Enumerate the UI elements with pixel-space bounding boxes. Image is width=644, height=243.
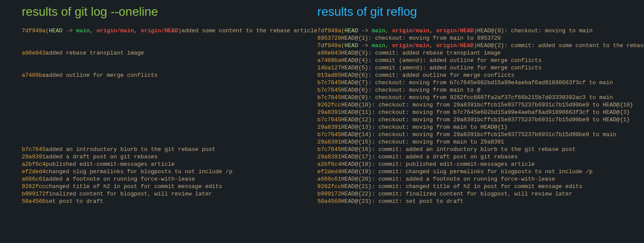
- reflog-line: a2bf6c4 HEAD@{18}: commit: published edi…: [317, 161, 644, 168]
- commit-hash: b999172: [317, 190, 341, 198]
- reflog-ref: HEAD@{9}:: [341, 94, 375, 101]
- commit-hash: 29a8391: [317, 109, 341, 116]
- log-line: ef2ded4 changed slug permalinks for blog…: [22, 168, 317, 175]
- log-line: b999172 finalized content for blogpost, …: [22, 190, 317, 198]
- reflog-message: checkout: moving from 29a8391bcffcb15e93…: [378, 131, 616, 138]
- reflog-ref: HEAD@{3}:: [341, 49, 375, 57]
- reflog-ref: HEAD@{12}:: [341, 116, 378, 123]
- reflog-ref: HEAD@{21}:: [341, 183, 378, 190]
- commit-hash: 50a4560: [317, 198, 341, 205]
- git-reflog-column: results of git reflog 7df949a (HEAD -> m…: [317, 4, 644, 205]
- log-line: a7409ba added outline for merge conflict…: [22, 72, 317, 79]
- commit-hash: 9262fcc: [317, 101, 341, 109]
- reflog-line: b7c7645 HEAD@{7}: checkout: moving from …: [317, 79, 644, 86]
- commit-hash: 14ba127: [317, 64, 341, 72]
- commit-hash: 7df949a: [317, 42, 341, 49]
- reflog-ref: HEAD@{10}:: [341, 101, 378, 109]
- commit-hash: a2bf6c4: [317, 161, 341, 168]
- git-reflog-output: 7df949a (HEAD -> main, origin/main, orig…: [317, 27, 644, 205]
- commit-message: added an introductory blurb to the git r…: [46, 146, 216, 153]
- commit-hash: 29a8391: [317, 123, 341, 131]
- reflog-ref: HEAD@{20}:: [341, 175, 378, 183]
- reflog-message: commit: added rebase transplant image: [375, 49, 501, 57]
- commit-hash: b7c7645: [317, 146, 341, 153]
- reflog-ref: HEAD@{15}:: [341, 138, 378, 146]
- reflog-message: checkout: moving from main to @: [375, 86, 480, 94]
- log-gap: [22, 34, 317, 49]
- commit-hash: a7409ba: [22, 72, 46, 79]
- commit-hash: 013ad05: [317, 72, 341, 79]
- refs-decoration: (HEAD -> main, origin/main, origin/HEAD): [341, 42, 477, 49]
- commit-hash: a98e043: [317, 49, 341, 57]
- reflog-ref: HEAD@{23}:: [341, 198, 378, 205]
- reflog-message: commit: added an introductory blurb to t…: [378, 146, 575, 153]
- reflog-message: commit: set post to draft: [378, 198, 463, 205]
- commit-hash: 9262fcc: [22, 183, 46, 190]
- reflog-line: ef2ded4 HEAD@{19}: commit: changed slug …: [317, 168, 644, 175]
- reflog-message: checkout: moving from main to 29a8391: [378, 138, 504, 146]
- commit-message: changed slug permalinks for blogposts to…: [46, 168, 233, 175]
- reflog-message: commit: changed title of h2 in post for …: [378, 183, 582, 190]
- reflog-message: checkout: moving from 29a8391bcffcb15e93…: [378, 116, 630, 123]
- reflog-ref: HEAD@{4}:: [341, 57, 375, 64]
- reflog-ref: HEAD@{2}:: [477, 42, 511, 49]
- reflog-message: checkout: moving from 9262fcc6687fa2af37…: [375, 94, 613, 101]
- reflog-message: commit: finalized content for blogpost, …: [378, 190, 572, 198]
- commit-message: added rebase transplant image: [46, 49, 144, 57]
- commit-hash: a2bf6c4: [22, 161, 46, 168]
- refs-decoration: (HEAD -> main, origin/main, origin/HEAD): [341, 27, 477, 34]
- reflog-message: commit (amend): added outline for merge …: [375, 57, 541, 64]
- reflog-line: 9262fcc HEAD@{10}: checkout: moving from…: [317, 101, 644, 109]
- commit-message: added some content to the rebase article: [182, 27, 317, 34]
- commit-hash: 29a8391: [317, 153, 341, 161]
- commit-hash: 50a4560: [22, 198, 46, 205]
- reflog-message: checkout: moving to main: [511, 27, 593, 34]
- reflog-ref: HEAD@{18}:: [341, 161, 378, 168]
- commit-message: finalized content for blogpost, will rev…: [46, 190, 212, 198]
- commit-hash: a7409ba: [317, 57, 341, 64]
- reflog-message: commit: changed slug permalinks for blog…: [378, 168, 592, 175]
- git-log-output: 7df949a (HEAD -> main, origin/main, orig…: [22, 27, 317, 205]
- reflog-message: checkout: moving from 29a8391bcffcb15e93…: [378, 101, 633, 109]
- reflog-message: commit: published edit-commit-messages a…: [378, 161, 535, 168]
- reflog-line: 7df949a (HEAD -> main, origin/main, orig…: [317, 27, 644, 34]
- reflog-line: b7c7645 HEAD@{14}: checkout: moving from…: [317, 131, 644, 138]
- reflog-line: a7409ba HEAD@{4}: commit (amend): added …: [317, 57, 644, 64]
- reflog-message: checkout: moving from b7c7645e602bd15a99…: [378, 109, 630, 116]
- git-reflog-title: results of git reflog: [317, 4, 644, 19]
- reflog-ref: HEAD@{7}:: [341, 79, 375, 86]
- commit-hash: ef2ded4: [22, 168, 46, 175]
- log-line: 9262fcc changed title of h2 in post for …: [22, 183, 317, 190]
- commit-hash: 29a8391: [22, 153, 46, 161]
- log-line: a666c61 added a footnote on running forc…: [22, 175, 317, 183]
- reflog-ref: HEAD@{0}:: [477, 27, 511, 34]
- commit-hash: a98e043: [22, 49, 46, 57]
- commit-hash: b999172: [22, 190, 46, 198]
- reflog-ref: HEAD@{6}:: [341, 72, 375, 79]
- commit-hash: b7c7645: [22, 146, 46, 153]
- reflog-line: 29a8391 HEAD@{17}: commit: added a draft…: [317, 153, 644, 161]
- reflog-ref: HEAD@{11}:: [341, 109, 378, 116]
- commit-hash: b7c7645: [317, 86, 341, 94]
- commit-message: set post to draft: [46, 198, 104, 205]
- reflog-message: commit (amend): added outline for merge …: [375, 64, 541, 72]
- commit-hash: a666c61: [317, 175, 341, 183]
- commit-hash: 7df949a: [22, 27, 46, 34]
- log-line: 29a8391 added a draft post on git rebase…: [22, 153, 317, 161]
- reflog-ref: HEAD@{14}:: [341, 131, 378, 138]
- reflog-ref: HEAD@{19}:: [341, 168, 378, 175]
- commit-message: added a footnote on running force-with-l…: [46, 175, 195, 183]
- reflog-ref: HEAD@{8}:: [341, 86, 375, 94]
- log-line: 7df949a (HEAD -> main, origin/main, orig…: [22, 27, 317, 34]
- reflog-line: a98e043 HEAD@{3}: commit: added rebase t…: [317, 49, 644, 57]
- log-line: b7c7645 added an introductory blurb to t…: [22, 146, 317, 153]
- reflog-message: checkout: moving from b7c7645e602bd15a99…: [375, 79, 613, 86]
- reflog-line: 9262fcc HEAD@{21}: commit: changed title…: [317, 183, 644, 190]
- commit-message: added a draft post on git rebases: [46, 153, 158, 161]
- git-log-title: results of git log --oneline: [22, 4, 317, 19]
- commit-hash: b7c7645: [317, 131, 341, 138]
- log-line: a98e043 added rebase transplant image: [22, 49, 317, 57]
- commit-hash: 9262fcc: [317, 183, 341, 190]
- reflog-line: 8953720 HEAD@{1}: checkout: moving from …: [317, 34, 644, 42]
- log-gap: [22, 79, 317, 146]
